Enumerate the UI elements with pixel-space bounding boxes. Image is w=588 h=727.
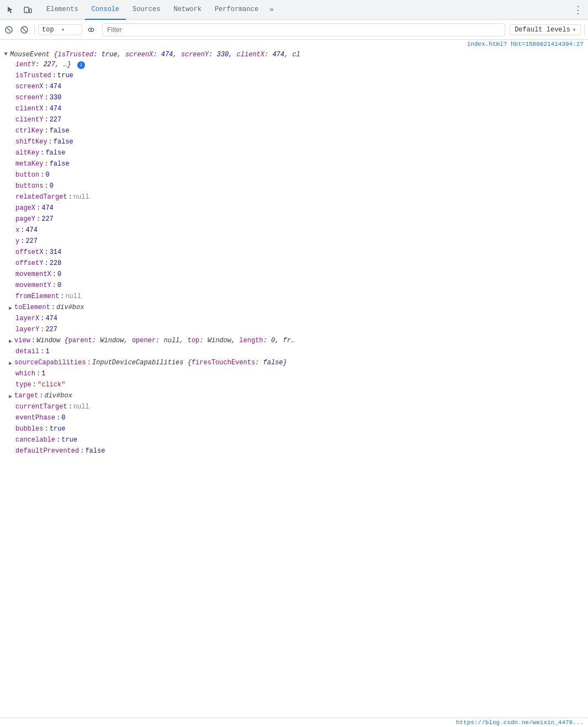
tab-sources[interactable]: Sources: [126, 0, 167, 20]
prop-eventPhase: eventPhase: 0: [0, 412, 588, 423]
svg-point-2: [26, 11, 27, 12]
prop-fromElement: fromElement: null: [0, 291, 588, 302]
tab-network[interactable]: Network: [167, 0, 208, 20]
block-icon[interactable]: [18, 23, 31, 36]
prop-screenX: screenX: 474: [0, 81, 588, 92]
svg-line-4: [7, 28, 10, 31]
prop-defaultPrevented: defaultPrevented: false: [0, 445, 588, 457]
prop-x: x: 474: [0, 225, 588, 236]
more-tabs-button[interactable]: »: [265, 0, 278, 20]
prop-clientY: clientY: 227: [0, 114, 588, 125]
source-caps-expand[interactable]: ▶: [9, 359, 12, 368]
svg-point-8: [91, 29, 92, 30]
prop-shiftKey: shiftKey: false: [0, 136, 588, 147]
file-reference: index.html? hbt=1580821414394:27: [0, 40, 588, 49]
devtools-tab-bar: Elements Console Sources Network Perform…: [0, 0, 588, 20]
prop-y: y: 227: [0, 236, 588, 247]
event-summary-cont: ientY: 227, …} i: [0, 61, 588, 70]
prop-toElement: ▶ toElement: div#box: [0, 302, 588, 313]
status-bar: https://blog.csdn.ne/weixin_4479...: [0, 718, 588, 727]
prop-pageY: pageY: 227: [0, 214, 588, 225]
prop-altKey: altKey: false: [0, 147, 588, 158]
mouse-event-header: ▶ MouseEvent {isTrusted: true, screenX: …: [0, 49, 588, 61]
prop-clientX: clientX: 474: [0, 103, 588, 114]
prop-offsetX: offsetX: 314: [0, 247, 588, 258]
prop-bubbles: bubbles: true: [0, 423, 588, 434]
bottom-link[interactable]: https://blog.csdn.ne/weixin_4479...: [456, 719, 584, 726]
target-expand[interactable]: ▶: [9, 392, 12, 401]
prop-offsetY: offsetY: 228: [0, 258, 588, 269]
devtools-icons: [2, 2, 35, 18]
view-expand[interactable]: ▶: [9, 337, 12, 346]
prop-pageX: pageX: 474: [0, 203, 588, 214]
prop-button: button: 0: [0, 169, 588, 181]
toolbar-divider-2: [584, 24, 585, 35]
prop-cancelable: cancelable: true: [0, 434, 588, 445]
cursor-icon[interactable]: [2, 2, 18, 18]
prop-which: which: 1: [0, 368, 588, 379]
prop-relatedTarget: relatedTarget: null: [0, 192, 588, 203]
file-link[interactable]: index.html? hbt=1580821414394:27: [467, 41, 584, 47]
prop-movementY: movementY: 0: [0, 280, 588, 291]
event-summary: MouseEvent {isTrusted: true, screenX: 47…: [10, 50, 300, 60]
tab-console[interactable]: Console: [85, 0, 126, 20]
toolbar-divider-1: [34, 24, 35, 35]
prop-movementX: movementX: 0: [0, 269, 588, 280]
expand-arrow[interactable]: ▶: [3, 52, 9, 56]
to-element-expand[interactable]: ▶: [9, 304, 12, 312]
prop-view: ▶ view: Window {parent: Window, opener: …: [0, 335, 588, 346]
prop-detail: detail: 1: [0, 346, 588, 357]
prop-sourceCapabilities: ▶ sourceCapabilities: InputDeviceCapabil…: [0, 357, 588, 368]
context-selector[interactable]: top ▾: [38, 24, 82, 35]
prop-isTrusted: isTrusted: true: [0, 70, 588, 81]
svg-line-6: [22, 28, 27, 32]
prop-layerX: layerX: 474: [0, 313, 588, 324]
svg-rect-1: [29, 9, 31, 13]
prop-ctrlKey: ctrlKey: false: [0, 125, 588, 136]
devtools-menu-button[interactable]: ⋮: [570, 2, 586, 18]
console-output: index.html? hbt=1580821414394:27 ▶ Mouse…: [0, 40, 588, 457]
prop-layerY: layerY: 227: [0, 324, 588, 335]
console-toolbar: top ▾ Default levels ▾: [0, 20, 588, 40]
tab-performance[interactable]: Performance: [208, 0, 265, 20]
prop-type: type: "click": [0, 379, 588, 390]
tab-elements[interactable]: Elements: [40, 0, 85, 20]
eye-icon[interactable]: [84, 23, 98, 36]
prop-metaKey: metaKey: false: [0, 158, 588, 169]
info-icon[interactable]: i: [77, 61, 85, 69]
default-levels-dropdown[interactable]: Default levels ▾: [510, 24, 581, 35]
clear-console-button[interactable]: [2, 23, 15, 36]
device-icon[interactable]: [20, 2, 35, 18]
prop-currentTarget: currentTarget: null: [0, 401, 588, 412]
prop-target: ▶ target: div#box: [0, 390, 588, 401]
prop-buttons: buttons: 0: [0, 181, 588, 192]
prop-screenY: screenY: 330: [0, 92, 588, 103]
filter-input[interactable]: [102, 23, 505, 36]
